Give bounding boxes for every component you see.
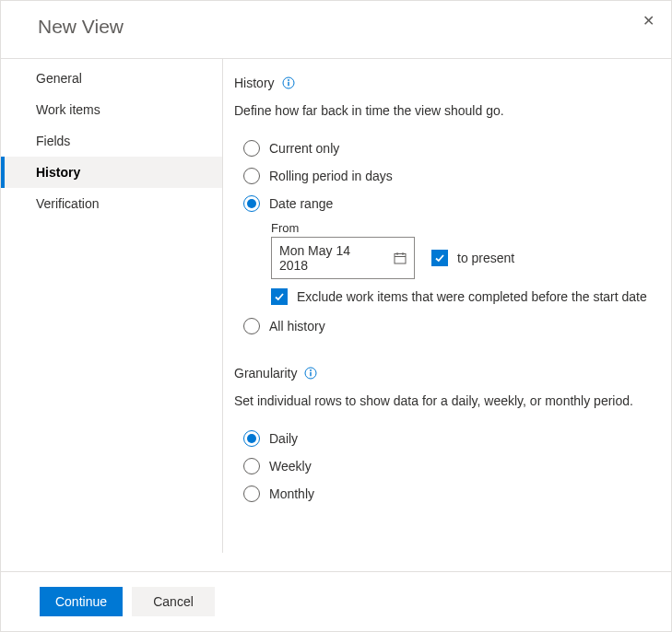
svg-point-8 xyxy=(311,369,312,371)
radio-label: Weekly xyxy=(269,459,312,474)
to-present-checkbox[interactable]: to present xyxy=(431,250,514,266)
dialog-header: New View xyxy=(1,1,671,59)
new-view-dialog: ✕ New View General Work items Fields His… xyxy=(0,0,672,632)
radio-label: Current only xyxy=(269,141,339,156)
sidebar-item-general[interactable]: General xyxy=(1,63,222,94)
radio-icon xyxy=(243,430,260,447)
radio-icon xyxy=(243,195,260,212)
granularity-label: Granularity xyxy=(234,366,297,380)
exclude-label: Exclude work items that were completed b… xyxy=(297,289,647,304)
sidebar-item-label: Fields xyxy=(36,134,70,148)
info-icon[interactable] xyxy=(282,76,295,89)
calendar-icon xyxy=(394,252,407,264)
dialog-title: New View xyxy=(38,16,124,37)
dialog-body: General Work items Fields History Verifi… xyxy=(1,59,671,553)
sidebar: General Work items Fields History Verifi… xyxy=(1,59,223,553)
radio-label: All history xyxy=(269,319,325,334)
exclude-checkbox[interactable]: Exclude work items that were completed b… xyxy=(271,288,660,305)
radio-date-range[interactable]: Date range xyxy=(234,190,660,217)
cancel-button[interactable]: Cancel xyxy=(132,587,215,616)
to-present-label: to present xyxy=(457,251,514,265)
sidebar-item-fields[interactable]: Fields xyxy=(1,125,222,157)
date-row: Mon May 14 2018 to present xyxy=(271,237,660,279)
continue-button[interactable]: Continue xyxy=(40,587,123,616)
checkbox-checked-icon xyxy=(431,250,448,266)
radio-icon xyxy=(243,168,260,184)
radio-monthly[interactable]: Monthly xyxy=(234,480,660,508)
sidebar-item-label: General xyxy=(36,71,82,86)
sidebar-item-verification[interactable]: Verification xyxy=(1,188,222,219)
radio-label: Date range xyxy=(269,196,333,211)
radio-daily[interactable]: Daily xyxy=(234,425,660,452)
radio-label: Rolling period in days xyxy=(269,169,393,183)
info-icon[interactable] xyxy=(304,367,317,380)
svg-point-1 xyxy=(288,79,289,81)
radio-all-history[interactable]: All history xyxy=(234,312,660,340)
radio-label: Daily xyxy=(269,431,298,446)
granularity-description: Set individual rows to show data for a d… xyxy=(234,393,660,408)
content-pane: History Define how far back in time the … xyxy=(223,59,671,553)
radio-label: Monthly xyxy=(269,486,314,501)
radio-icon xyxy=(243,486,260,502)
sidebar-item-label: Verification xyxy=(36,196,99,211)
granularity-section-title: Granularity xyxy=(234,366,660,380)
sidebar-item-label: Work items xyxy=(36,102,100,117)
sidebar-item-work-items[interactable]: Work items xyxy=(1,94,222,125)
radio-current-only[interactable]: Current only xyxy=(234,135,660,162)
from-date-input[interactable]: Mon May 14 2018 xyxy=(271,237,415,279)
history-description: Define how far back in time the view sho… xyxy=(234,103,660,118)
sidebar-item-history[interactable]: History xyxy=(1,157,222,188)
svg-rect-3 xyxy=(395,254,406,264)
svg-rect-9 xyxy=(311,372,312,377)
history-label: History xyxy=(234,76,275,90)
date-range-subsection: From Mon May 14 2018 to present xyxy=(234,221,660,305)
from-date-value: Mon May 14 2018 xyxy=(279,243,375,273)
close-icon[interactable]: ✕ xyxy=(643,14,654,29)
radio-icon xyxy=(243,318,260,334)
radio-icon xyxy=(243,140,260,157)
radio-weekly[interactable]: Weekly xyxy=(234,452,660,480)
radio-icon xyxy=(243,458,260,474)
checkbox-checked-icon xyxy=(271,288,288,305)
radio-rolling-period[interactable]: Rolling period in days xyxy=(234,162,660,190)
dialog-footer: Continue Cancel xyxy=(1,571,671,631)
history-section-title: History xyxy=(234,76,660,90)
svg-rect-2 xyxy=(288,82,289,87)
from-label: From xyxy=(271,221,660,235)
sidebar-item-label: History xyxy=(36,165,80,180)
